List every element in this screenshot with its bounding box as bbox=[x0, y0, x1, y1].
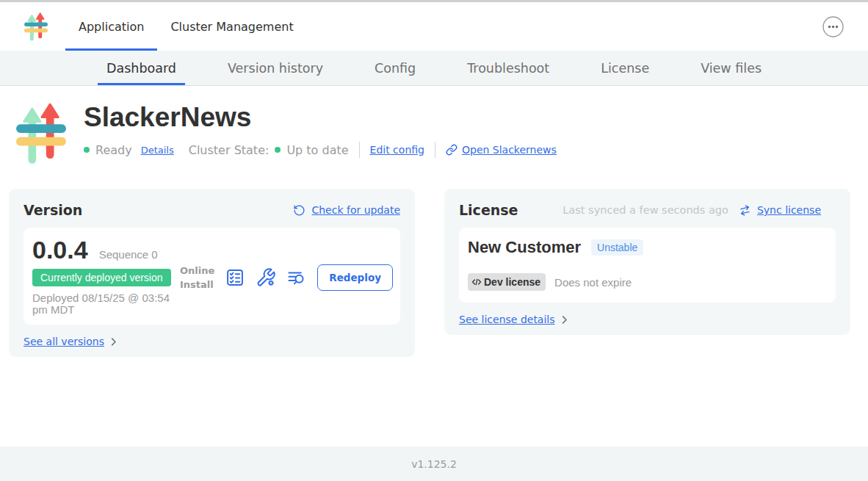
license-panel: New Customer Unstable Dev license Does n… bbox=[459, 228, 836, 303]
preflight-checks-icon[interactable] bbox=[225, 267, 245, 288]
version-number: 0.0.4 bbox=[32, 237, 88, 262]
deployed-timestamp: Deployed 08/15/25 @ 03:54 pm MDT bbox=[32, 292, 179, 316]
customer-name: New Customer bbox=[468, 238, 581, 257]
chevron-right-icon bbox=[108, 336, 119, 347]
dashboard-main: SlackerNews Ready Details Cluster State:… bbox=[0, 86, 868, 357]
app-subnav: Dashboard Version history Config Trouble… bbox=[0, 51, 868, 86]
subtab-version-history[interactable]: Version history bbox=[219, 51, 332, 85]
subtab-config[interactable]: Config bbox=[366, 51, 424, 85]
tab-application[interactable]: Application bbox=[65, 2, 157, 51]
edit-config-link[interactable]: Edit config bbox=[370, 144, 424, 156]
current-version-panel: 0.0.4 Sequence 0 Currently deployed vers… bbox=[23, 228, 400, 325]
app-title: SlackerNews bbox=[84, 102, 557, 133]
divider bbox=[359, 142, 360, 158]
link-icon bbox=[446, 144, 457, 156]
code-icon bbox=[471, 277, 482, 287]
channel-badge: Unstable bbox=[591, 239, 643, 256]
top-navbar: Application Cluster Management bbox=[0, 2, 868, 51]
config-wrench-icon[interactable] bbox=[256, 267, 276, 288]
divider bbox=[435, 142, 435, 158]
cluster-status-dot bbox=[275, 147, 281, 153]
top-nav-tabs: Application Cluster Management bbox=[65, 2, 307, 51]
app-status-row: Ready Details Cluster State: Up to date … bbox=[84, 142, 557, 158]
more-options-icon[interactable] bbox=[822, 16, 844, 37]
subtab-dashboard[interactable]: Dashboard bbox=[98, 51, 185, 85]
check-for-update-link[interactable]: Check for update bbox=[311, 204, 400, 216]
app-icon bbox=[16, 101, 66, 165]
sync-license-link[interactable]: Sync license bbox=[757, 204, 821, 216]
refresh-icon bbox=[293, 204, 305, 217]
see-license-details-link[interactable]: See license details bbox=[459, 314, 555, 325]
license-expiry: Does not expire bbox=[554, 276, 632, 289]
app-logo-icon bbox=[24, 12, 48, 41]
cluster-state-text: Up to date bbox=[286, 143, 348, 157]
sync-icon bbox=[737, 203, 753, 218]
license-card: License Last synced a few seconds ago Sy… bbox=[444, 189, 850, 335]
deployed-version-badge: Currently deployed version bbox=[32, 269, 171, 286]
subtab-license[interactable]: License bbox=[592, 51, 658, 85]
status-details-link[interactable]: Details bbox=[141, 145, 174, 156]
subtab-troubleshoot[interactable]: Troubleshoot bbox=[458, 51, 558, 85]
chevron-right-icon bbox=[559, 314, 570, 325]
app-header: SlackerNews Ready Details Cluster State:… bbox=[0, 86, 868, 165]
app-status-dot bbox=[84, 147, 90, 153]
console-version: v1.125.2 bbox=[411, 458, 457, 470]
cluster-state-label: Cluster State: bbox=[189, 143, 270, 157]
license-type-badge: Dev license bbox=[468, 273, 546, 291]
open-app-link[interactable]: Open Slackernews bbox=[446, 144, 557, 156]
tab-cluster-management[interactable]: Cluster Management bbox=[157, 2, 306, 51]
redeploy-button[interactable]: Redeploy bbox=[317, 264, 393, 291]
subtab-view-files[interactable]: View files bbox=[692, 51, 770, 85]
install-type-label: Online Install bbox=[180, 264, 214, 292]
app-status-text: Ready bbox=[95, 143, 132, 157]
last-synced-text: Last synced a few seconds ago bbox=[563, 204, 728, 216]
version-card: Version Check for update 0.0.4 Sequence … bbox=[9, 189, 415, 357]
see-all-versions-link[interactable]: See all versions bbox=[23, 336, 104, 347]
license-card-title: License bbox=[459, 202, 518, 218]
version-card-title: Version bbox=[23, 202, 82, 218]
version-sequence: Sequence 0 bbox=[99, 248, 158, 261]
footer: v1.125.2 bbox=[0, 446, 868, 481]
view-logs-icon[interactable] bbox=[286, 267, 307, 288]
